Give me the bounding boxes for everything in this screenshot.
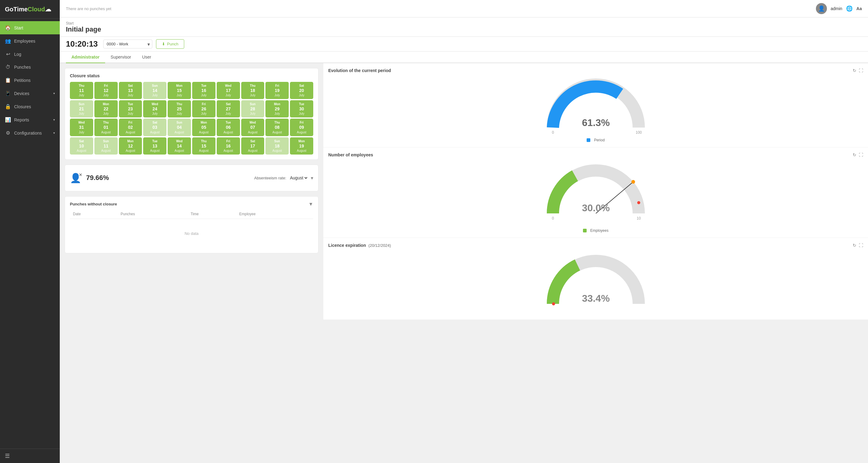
calendar-day[interactable]: Sun 14 July xyxy=(143,82,166,99)
calendar-day[interactable]: Fri 16 August xyxy=(217,137,240,155)
calendar-day[interactable]: Fri 12 July xyxy=(94,82,118,99)
employees-gauge-svg: 30.0% 0 10 xyxy=(544,160,648,227)
username: admin xyxy=(831,6,842,11)
calendar-day[interactable]: Wed 17 July xyxy=(217,82,240,99)
sidebar: GoTimeCloud☁ 🏠 Start 👥 Employees ↩ Log ⏱… xyxy=(0,0,60,463)
calendar-day[interactable]: Mon 22 July xyxy=(94,100,118,118)
start-icon: 🏠 xyxy=(5,25,11,31)
absenteeism-filter: Absenteeism rate: August July June ▾ xyxy=(254,175,313,181)
calendar-day[interactable]: Sun 21 July xyxy=(70,100,93,118)
svg-text:30.0%: 30.0% xyxy=(582,203,610,213)
sidebar-item-employees[interactable]: 👥 Employees xyxy=(0,34,60,48)
absenteeism-month-select[interactable]: August July June xyxy=(289,175,308,181)
calendar-day[interactable]: Mon 12 August xyxy=(119,137,142,155)
punch-bar: 10:20:13 0000 - Work ⬇ Punch xyxy=(60,37,868,52)
absenteeism-rate-label: Absenteeism rate: xyxy=(254,176,286,180)
calendar-day[interactable]: Wed 14 August xyxy=(168,137,191,155)
tabs-bar: AdministratorSupervisorUser xyxy=(60,52,868,63)
sidebar-item-reports[interactable]: 📊 Reports ▾ xyxy=(0,113,60,126)
tab-administrator[interactable]: Administrator xyxy=(66,52,105,63)
calendar-day[interactable]: Sat 13 July xyxy=(119,82,142,99)
filter-icon[interactable]: ▼ xyxy=(308,202,313,207)
employees-legend-label: Employees xyxy=(590,228,609,233)
svg-text:0: 0 xyxy=(552,130,554,134)
expand-employees-button[interactable]: ⛶ xyxy=(859,152,863,157)
main-content: There are no punches yet 👤 admin 🌐 Aa St… xyxy=(60,0,868,463)
calendar-day[interactable]: Tue 16 July xyxy=(192,82,215,99)
table-header-row: Punches without closure ▼ xyxy=(70,202,313,207)
svg-text:61.3%: 61.3% xyxy=(582,117,610,128)
calendar-day[interactable]: Fri 09 August xyxy=(290,119,313,136)
log-icon: ↩ xyxy=(5,51,11,57)
calendar-day[interactable]: Wed 31 July xyxy=(70,119,93,136)
hamburger-icon[interactable]: ☰ xyxy=(5,453,10,459)
calendar-day[interactable]: Thu 15 August xyxy=(192,137,215,155)
sidebar-item-punches[interactable]: ⏱ Punches xyxy=(0,61,60,73)
calendar-day[interactable]: Sun 04 August xyxy=(168,119,191,136)
sidebar-item-configurations[interactable]: ⚙ Configurations ▾ xyxy=(0,126,60,140)
employees-legend-dot xyxy=(583,229,587,233)
calendar-day[interactable]: Fri 19 July xyxy=(266,82,289,99)
sidebar-item-closures[interactable]: 🔒 Closures xyxy=(0,100,60,113)
calendar-day[interactable]: Sun 28 July xyxy=(241,100,265,118)
calendar-day[interactable]: Sat 17 August xyxy=(241,137,265,155)
calendar-day[interactable]: Mon 29 July xyxy=(266,100,289,118)
sidebar-label-reports: Reports xyxy=(14,118,29,122)
col-punches: Punches xyxy=(117,209,188,219)
calendar-day[interactable]: Tue 23 July xyxy=(119,100,142,118)
calendar-day[interactable]: Sat 10 August xyxy=(70,137,93,155)
refresh-licence-button[interactable]: ↻ xyxy=(853,243,856,248)
tab-user[interactable]: User xyxy=(137,52,157,63)
sidebar-bottom: ☰ xyxy=(0,449,60,463)
calendar-day[interactable]: Thu 01 August xyxy=(94,119,118,136)
refresh-employees-button[interactable]: ↻ xyxy=(853,152,856,157)
font-size-toggle[interactable]: Aa xyxy=(856,6,862,11)
calendar-day[interactable]: Mon 05 August xyxy=(192,119,215,136)
work-type-select-wrap[interactable]: 0000 - Work xyxy=(103,39,152,49)
closures-icon: 🔒 xyxy=(5,104,11,110)
employees-icon: 👥 xyxy=(5,38,11,44)
refresh-evolution-button[interactable]: ↻ xyxy=(853,68,856,73)
sidebar-label-start: Start xyxy=(14,26,23,30)
licence-chart-title: Licence expiration (20/12/2024) ↻ ⛶ xyxy=(328,243,863,248)
calendar-day[interactable]: Mon 19 August xyxy=(290,137,313,155)
calendar-day[interactable]: Tue 30 July xyxy=(290,100,313,118)
absenteeism-percentage: 79.66% xyxy=(86,174,109,182)
calendar-day[interactable]: Wed 07 August xyxy=(241,119,265,136)
calendar-day[interactable]: Thu 08 August xyxy=(266,119,289,136)
expand-evolution-button[interactable]: ⛶ xyxy=(859,68,863,73)
sidebar-label-configurations: Configurations xyxy=(14,131,42,135)
punches-table-title: Punches without closure xyxy=(70,202,117,206)
calendar-day[interactable]: Tue 13 August xyxy=(143,137,166,155)
calendar-day[interactable]: Wed 24 July xyxy=(143,100,166,118)
calendar-day[interactable]: Thu 18 July xyxy=(241,82,265,99)
calendar-day[interactable]: Sat 20 July xyxy=(290,82,313,99)
tab-supervisor[interactable]: Supervisor xyxy=(105,52,137,63)
svg-text:0: 0 xyxy=(552,216,554,220)
expand-licence-button[interactable]: ⛶ xyxy=(859,243,863,248)
sidebar-item-petitions[interactable]: 📋 Petitions xyxy=(0,73,60,87)
calendar-day[interactable]: Tue 06 August xyxy=(217,119,240,136)
calendar-day[interactable]: Sun 18 August xyxy=(266,137,289,155)
globe-icon[interactable]: 🌐 xyxy=(846,5,853,12)
calendar-day[interactable]: Sun 11 August xyxy=(94,137,118,155)
calendar-day[interactable]: Fri 02 August xyxy=(119,119,142,136)
sidebar-item-start[interactable]: 🏠 Start xyxy=(0,21,60,34)
employees-chart-card: Number of employees ↻ ⛶ xyxy=(323,148,868,238)
calendar-day[interactable]: Fri 26 July xyxy=(192,100,215,118)
calendar-day[interactable]: Sat 03 August xyxy=(143,119,166,136)
page-header: Start Initial page xyxy=(60,18,868,37)
calendar-grid: Thu 11 July Fri 12 July Sat 13 July Sun … xyxy=(70,82,313,155)
work-type-select[interactable]: 0000 - Work xyxy=(103,39,152,49)
sidebar-item-devices[interactable]: 📱 Devices ▾ xyxy=(0,87,60,100)
licence-start-marker xyxy=(552,302,555,305)
sidebar-label-employees: Employees xyxy=(14,39,35,43)
calendar-day[interactable]: Mon 15 July xyxy=(168,82,191,99)
needle-tip xyxy=(631,180,635,184)
calendar-day[interactable]: Thu 25 July xyxy=(168,100,191,118)
logo: GoTimeCloud☁ xyxy=(0,0,60,19)
calendar-day[interactable]: Thu 11 July xyxy=(70,82,93,99)
calendar-day[interactable]: Sat 27 July xyxy=(217,100,240,118)
punch-button[interactable]: ⬇ Punch xyxy=(156,39,184,49)
sidebar-item-log[interactable]: ↩ Log xyxy=(0,48,60,61)
